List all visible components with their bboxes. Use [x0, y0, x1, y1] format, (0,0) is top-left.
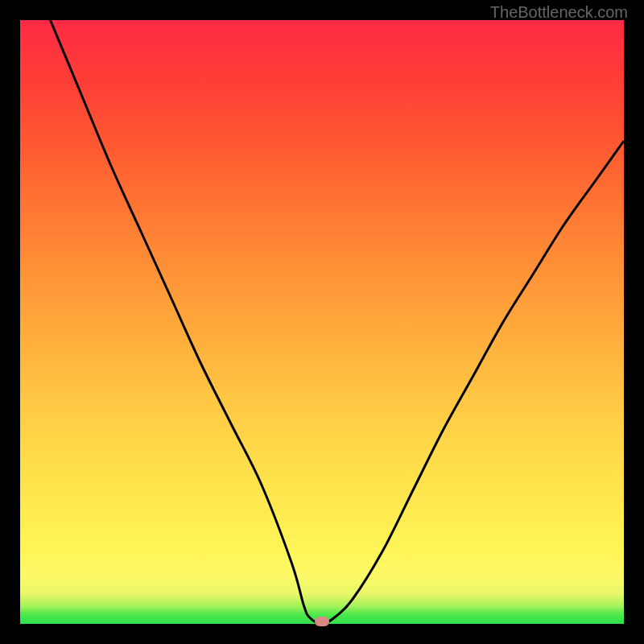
bottleneck-curve: [20, 20, 624, 624]
chart-plot-area: [20, 20, 624, 624]
curve-path: [51, 20, 625, 624]
watermark-text: TheBottleneck.com: [490, 3, 628, 22]
optimal-point-marker: [315, 617, 329, 626]
